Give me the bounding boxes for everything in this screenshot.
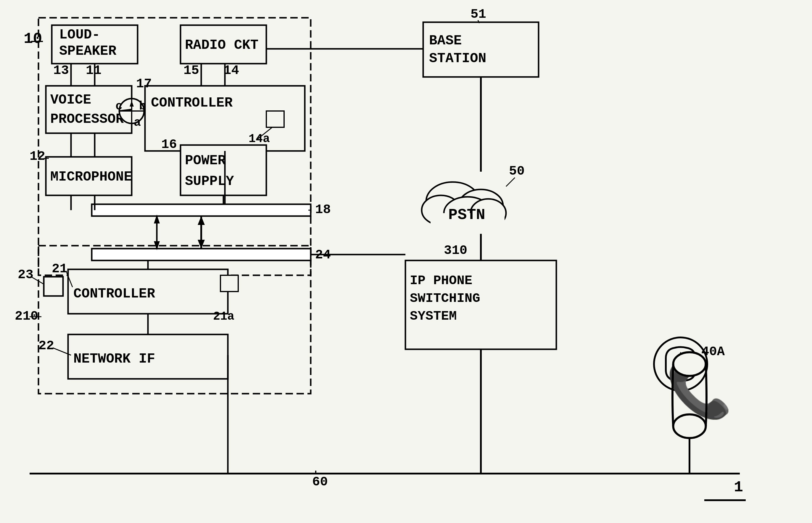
svg-text:SUPPLY: SUPPLY	[185, 174, 234, 189]
svg-text:17: 17	[136, 76, 152, 91]
svg-text:POWER: POWER	[185, 153, 226, 168]
svg-point-90	[673, 414, 706, 438]
svg-text:14: 14	[223, 63, 239, 78]
svg-text:BASE: BASE	[429, 33, 462, 49]
svg-text:STATION: STATION	[429, 51, 486, 66]
svg-text:15: 15	[183, 63, 199, 78]
svg-text:50: 50	[509, 164, 525, 179]
svg-text:NETWORK IF: NETWORK IF	[73, 351, 155, 367]
svg-text:b: b	[139, 100, 146, 113]
svg-text:LOUD-: LOUD-	[59, 27, 100, 43]
svg-text:13: 13	[53, 63, 69, 78]
svg-text:23: 23	[18, 267, 34, 282]
svg-text:VOICE: VOICE	[50, 92, 91, 108]
diagram-container: 10 LOUD- SPEAKER 13 11 RADIO CKT 15 14 V…	[0, 0, 812, 523]
svg-text:PSTN: PSTN	[448, 206, 485, 224]
svg-text:21a: 21a	[213, 310, 234, 323]
svg-text:210: 210	[15, 309, 38, 324]
svg-text:16: 16	[161, 137, 177, 152]
svg-text:PROCESSOR: PROCESSOR	[50, 112, 124, 127]
svg-text:SYSTEM: SYSTEM	[410, 309, 457, 324]
svg-point-89	[673, 352, 706, 376]
svg-text:MICROPHONE: MICROPHONE	[50, 169, 132, 185]
svg-text:51: 51	[470, 7, 486, 22]
svg-text:CONTROLLER: CONTROLLER	[151, 95, 233, 111]
svg-rect-64	[423, 22, 539, 77]
svg-text:21: 21	[52, 262, 68, 276]
svg-text:a: a	[134, 116, 141, 129]
svg-text:60: 60	[312, 474, 328, 489]
svg-text:10: 10	[24, 30, 42, 48]
diagram-svg: 10 LOUD- SPEAKER 13 11 RADIO CKT 15 14 V…	[0, 0, 812, 523]
svg-text:CONTROLLER: CONTROLLER	[73, 286, 155, 302]
svg-text:18: 18	[315, 202, 331, 217]
svg-rect-57	[92, 249, 311, 260]
svg-rect-49	[220, 275, 238, 291]
svg-text:1: 1	[734, 479, 743, 496]
svg-rect-38	[92, 204, 311, 216]
svg-text:40A: 40A	[701, 344, 725, 359]
svg-rect-19	[266, 111, 284, 127]
svg-text:11: 11	[86, 63, 102, 78]
svg-text:RADIO CKT: RADIO CKT	[185, 38, 258, 53]
svg-text:SPEAKER: SPEAKER	[59, 43, 116, 59]
svg-text:SWITCHING: SWITCHING	[410, 291, 480, 306]
svg-text:310: 310	[444, 243, 467, 258]
svg-text:22: 22	[38, 338, 54, 353]
svg-text:12: 12	[30, 149, 45, 164]
svg-rect-44	[44, 277, 63, 296]
svg-text:IP PHONE: IP PHONE	[410, 273, 472, 288]
svg-text:14a: 14a	[248, 132, 270, 146]
